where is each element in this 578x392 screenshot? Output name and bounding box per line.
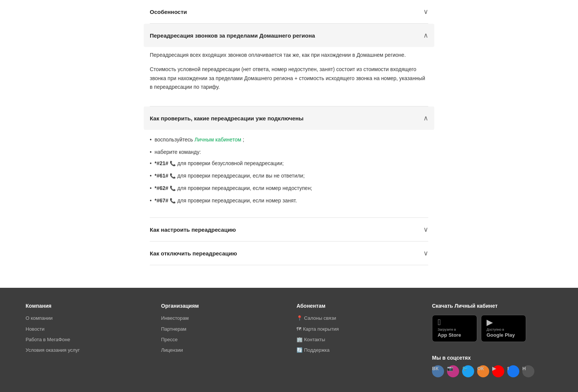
footer-link-usloviya[interactable]: Условия оказания услуг xyxy=(26,347,146,354)
accordion-section-kak-proverit: Как проверить, какие переадресации уже п… xyxy=(150,106,428,218)
list-item: • *#61# 📞 для проверки переадресации, ес… xyxy=(150,170,428,182)
phone-icon-1: 📞 xyxy=(170,161,176,166)
accordion-header-pereandresacia[interactable]: Переадресация звонков за пределами Домаш… xyxy=(144,24,434,47)
google-play-label-small: Доступно в xyxy=(487,327,520,332)
accordion-section-pereandresacia: Переадресация звонков за пределами Домаш… xyxy=(150,24,428,106)
accordion-header-kak-proverit[interactable]: Как проверить, какие переадресации уже п… xyxy=(144,106,434,130)
list-item: • *#62# 📞 для проверки переадресации, ес… xyxy=(150,182,428,194)
chevron-down-icon-3: ∨ xyxy=(423,225,428,234)
desc-62: для проверки переадресации, если номер н… xyxy=(177,185,312,191)
pereandresacia-para-2: Стоимость условной переадресации (нет от… xyxy=(150,65,428,92)
store-buttons:  Загрузите в App Store ▶ Доступно в Goo… xyxy=(432,315,552,346)
footer-link-presse[interactable]: Прессе xyxy=(161,336,281,343)
footer-col-organizations: Организациям Инвесторам Партнерам Прессе… xyxy=(161,303,281,381)
google-play-label-big: Google Play xyxy=(487,332,520,339)
accordion-title-kak-nastroit: Как настроить переадресацию xyxy=(150,226,236,233)
accordion-header-kak-nastroit[interactable]: Как настроить переадресацию ∨ xyxy=(150,218,428,241)
accordion-title-osobennosti: Особенности xyxy=(150,9,187,15)
app-store-label-small: Загрузите в xyxy=(438,327,472,332)
footer-col-subscribers: Абонентам 📍Салоны связи 🗺Карта покрытия … xyxy=(297,303,417,381)
command-list: • *#21# 📞 для проверки безусловной переа… xyxy=(150,157,428,207)
app-store-button[interactable]:  Загрузите в App Store xyxy=(432,315,477,342)
footer-link-karta[interactable]: 🗺Карта покрытия xyxy=(297,326,417,333)
phone-icon-3: 📞 xyxy=(170,185,176,191)
social-facebook[interactable]: f xyxy=(507,365,519,377)
text-naberite: наберите команду: xyxy=(155,149,201,155)
footer-inner: Компания О компании Новости Работа в Мег… xyxy=(26,303,552,381)
footer-subscribers-title: Абонентам xyxy=(297,303,417,309)
footer-link-rabota[interactable]: Работа в МегаФоне xyxy=(26,336,146,343)
apple-icon:  xyxy=(438,318,441,327)
footer-link-partneram[interactable]: Партнерам xyxy=(161,326,281,333)
chevron-down-icon-4: ∨ xyxy=(423,249,428,257)
lichniy-kabinet-link[interactable]: Личным кабинетом xyxy=(195,137,241,143)
social-vk[interactable]: ВК xyxy=(432,365,444,377)
app-store-label-big: App Store xyxy=(438,332,472,339)
footer-link-novosti[interactable]: Новости xyxy=(26,326,146,333)
accordion-section-osobennosti: Особенности ∨ xyxy=(150,0,428,24)
location-icon: 📍 xyxy=(297,315,303,321)
pereandresacia-para-1: Переадресация всех входящих звонков опла… xyxy=(150,51,428,60)
main-content: Особенности ∨ Переадресация звонков за п… xyxy=(142,0,436,288)
footer-col-download: Скачать Личный кабинет  Загрузите в App… xyxy=(432,303,552,381)
social-instagram[interactable]: 📷 xyxy=(447,365,459,377)
social-twitter[interactable]: 🐦 xyxy=(462,365,474,377)
code-62: *#62# xyxy=(155,185,169,191)
social-title: Мы в соцсетях xyxy=(432,355,552,361)
desc-61: для проверки переадресации, если вы не о… xyxy=(177,173,304,179)
social-youtube[interactable]: ▶ xyxy=(492,365,504,377)
google-play-icon: ▶ xyxy=(487,318,493,327)
desc-21: для проверки безусловной переадресации; xyxy=(177,160,284,166)
map-icon: 🗺 xyxy=(297,326,301,332)
accordion-content-pereandresacia: Переадресация всех входящих звонков опла… xyxy=(150,47,428,106)
code-67: *#67# xyxy=(155,198,169,204)
footer-link-o-kompanii[interactable]: О компании xyxy=(26,315,146,322)
footer-download-title: Скачать Личный кабинет xyxy=(432,303,552,309)
chevron-up-icon-2: ∧ xyxy=(423,114,428,122)
accordion-header-osobennosti[interactable]: Особенности ∨ xyxy=(150,0,428,23)
footer-link-podderzhka[interactable]: 🔄Поддержка xyxy=(297,347,417,354)
google-play-button[interactable]: ▶ Доступно в Google Play xyxy=(481,315,526,342)
desc-67: для проверки переадресации, если номер з… xyxy=(177,198,297,204)
chevron-down-icon: ∨ xyxy=(423,8,428,16)
list-item-naberite: • наберите команду: • *#21# 📞 для провер… xyxy=(150,146,428,208)
footer: Компания О компании Новости Работа в Мег… xyxy=(0,288,578,392)
list-item-lichniy-kabinet: • воспользуйтесь Личным кабинетом ; xyxy=(150,134,428,146)
text-vospolzuytes: воспользуйтесь xyxy=(155,137,195,143)
footer-col-company: Компания О компании Новости Работа в Мег… xyxy=(26,303,146,381)
social-n[interactable]: Н xyxy=(522,365,534,377)
contacts-icon: 🏢 xyxy=(297,337,303,342)
footer-link-salony[interactable]: 📍Салоны связи xyxy=(297,315,417,322)
phone-icon-4: 📞 xyxy=(170,198,176,204)
code-61: *#61# xyxy=(155,173,169,179)
accordion-title-kak-otklyuchit: Как отключить переадресацию xyxy=(150,250,237,257)
accordion-section-kak-nastroit: Как настроить переадресацию ∨ xyxy=(150,218,428,242)
accordion-section-kak-otklyuchit: Как отключить переадресацию ∨ xyxy=(150,242,428,265)
support-icon: 🔄 xyxy=(297,347,303,353)
footer-company-title: Компания xyxy=(26,303,146,309)
accordion-header-kak-otklyuchit[interactable]: Как отключить переадресацию ∨ xyxy=(150,242,428,265)
footer-link-investoram[interactable]: Инвесторам xyxy=(161,315,281,322)
page-container: Особенности ∨ Переадресация звонков за п… xyxy=(0,0,578,392)
footer-link-kontakty[interactable]: 🏢Контакты xyxy=(297,336,417,343)
footer-link-licenzii[interactable]: Лицензии xyxy=(161,347,281,354)
social-icons: ВК 📷 🐦 ОК ▶ f Н xyxy=(432,365,552,381)
social-ok[interactable]: ОК xyxy=(477,365,489,377)
list-item: • *#67# 📞 для проверки переадресации, ес… xyxy=(150,194,428,207)
footer-organizations-title: Организациям xyxy=(161,303,281,309)
list-item: • *#21# 📞 для проверки безусловной переа… xyxy=(150,157,428,170)
chevron-up-icon: ∧ xyxy=(423,31,428,40)
code-21: *#21# xyxy=(155,160,169,166)
phone-icon-2: 📞 xyxy=(170,173,176,179)
accordion-title-kak-proverit: Как проверить, какие переадресации уже п… xyxy=(150,115,304,122)
accordion-content-kak-proverit: • воспользуйтесь Личным кабинетом ; • на… xyxy=(150,130,428,217)
accordion-title-pereandresacia: Переадресация звонков за пределами Домаш… xyxy=(150,32,315,39)
kak-proverit-list: • воспользуйтесь Личным кабинетом ; • на… xyxy=(150,134,428,208)
